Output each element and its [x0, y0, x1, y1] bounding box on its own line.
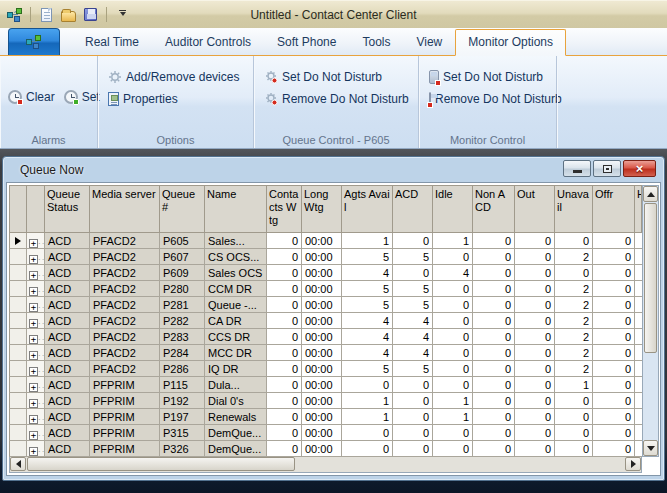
scroll-down-button[interactable] — [643, 440, 658, 456]
table-row[interactable]: +··ACDPFACD2P605Sales...000:001010000 — [9, 233, 642, 249]
table-row[interactable]: +··ACDPFACD2P609Sales OCS000:004040000 — [9, 265, 642, 281]
cell-non-acd: 0 — [473, 441, 515, 457]
clear-alarm-button[interactable]: Clear — [8, 90, 55, 104]
column-header-unavail[interactable]: Unavail — [555, 185, 593, 233]
queue-set-dnd-button[interactable]: Set Do Not Disturb — [264, 70, 418, 84]
cell-name: Sales... — [205, 233, 267, 249]
scroll-left-button[interactable] — [10, 457, 26, 471]
properties-button[interactable]: Properties — [108, 92, 253, 106]
expand-row-icon[interactable]: + — [29, 303, 38, 312]
cell-queue-number: P281 — [160, 297, 205, 313]
cell-partial — [635, 329, 642, 345]
expand-row-icon[interactable]: + — [29, 319, 38, 328]
column-header-idle[interactable]: Idle — [433, 185, 473, 233]
expand-row-icon[interactable]: + — [29, 239, 38, 248]
cell-long-wtg: 00:00 — [302, 425, 342, 441]
tab-real-time[interactable]: Real Time — [72, 29, 152, 55]
expand-row-icon[interactable]: + — [29, 415, 38, 424]
cell-offr: 0 — [593, 361, 635, 377]
expand-row-icon[interactable]: + — [29, 351, 38, 360]
table-row[interactable]: +··ACDPFPRIMP192Dial 0's000:001010000 — [9, 393, 642, 409]
table-row[interactable]: +··ACDPFPRIMP115Dula...000:000000010 — [9, 377, 642, 393]
cell-name: Dula... — [205, 377, 267, 393]
cell-name: DemQue... — [205, 441, 267, 457]
expand-row-icon[interactable]: + — [29, 431, 38, 440]
queue-remove-dnd-button[interactable]: Remove Do Not Disturb — [264, 92, 418, 106]
vertical-scrollbar[interactable] — [642, 185, 659, 457]
ribbon-group-options: Add/Remove devices Properties Options — [98, 56, 254, 148]
column-header-partial[interactable]: H — [635, 185, 642, 233]
group-label-monitor-control: Monitor Control — [419, 134, 556, 146]
cell-queue-number: P192 — [160, 393, 205, 409]
expand-row-icon[interactable]: + — [29, 383, 38, 392]
expand-row-icon[interactable]: + — [29, 399, 38, 408]
cell-idle: 0 — [433, 281, 473, 297]
tab-tools[interactable]: Tools — [349, 29, 403, 55]
cell-offr: 0 — [593, 345, 635, 361]
column-header-contacts-wtg[interactable]: Contacts Wtg — [267, 185, 302, 233]
column-header-out[interactable]: Out — [515, 185, 555, 233]
cell-name: Renewals — [205, 409, 267, 425]
table-row[interactable]: +··ACDPFPRIMP315DemQue...000:000000000 — [9, 425, 642, 441]
cell-contacts-wtg: 0 — [267, 361, 302, 377]
cell-media-server: PFACD2 — [90, 361, 160, 377]
column-header-offr[interactable]: Offr — [593, 185, 635, 233]
queue-now-title-bar[interactable]: Queue Now × — [6, 157, 661, 182]
expand-row-icon[interactable]: + — [29, 447, 38, 456]
cell-long-wtg: 00:00 — [302, 441, 342, 457]
column-header-row-indicator[interactable] — [9, 185, 27, 233]
add-remove-devices-button[interactable]: Add/Remove devices — [108, 70, 253, 84]
expand-row-icon[interactable]: + — [29, 335, 38, 344]
expand-row-icon[interactable]: + — [29, 271, 38, 280]
expand-row-icon[interactable]: + — [29, 255, 38, 264]
cell-queue-status: ACD — [45, 265, 90, 281]
table-row[interactable]: +··ACDPFACD2P283CCS DR000:004400020 — [9, 329, 642, 345]
minimize-button[interactable] — [563, 160, 591, 177]
cell-media-server: PFACD2 — [90, 265, 160, 281]
column-header-non-acd[interactable]: Non ACD — [473, 185, 515, 233]
table-row[interactable]: +··ACDPFACD2P280CCM DR000:005500020 — [9, 281, 642, 297]
cell-idle: 1 — [433, 393, 473, 409]
tab-monitor-options[interactable]: Monitor Options — [455, 29, 566, 56]
expand-row-icon[interactable]: + — [29, 367, 38, 376]
column-header-acd[interactable]: ACD — [393, 185, 433, 233]
current-row-arrow-icon — [15, 237, 21, 245]
set-alarm-label: Set — [82, 90, 100, 104]
column-header-media-server[interactable]: Media server — [90, 185, 160, 233]
vertical-scroll-thumb[interactable] — [644, 203, 657, 353]
column-header-name[interactable]: Name — [205, 185, 267, 233]
tab-auditor-controls[interactable]: Auditor Controls — [152, 29, 264, 55]
monitor-remove-dnd-button[interactable]: Remove Do Not Disturb — [429, 92, 556, 106]
queue-grid-container: Queue StatusMedia serverQueue #NameConta… — [6, 182, 661, 476]
cell-expand: +·· — [27, 233, 45, 249]
expand-row-icon[interactable]: + — [29, 287, 38, 296]
table-row[interactable]: +··ACDPFACD2P281Queue -...000:005500020 — [9, 297, 642, 313]
table-row[interactable]: +··ACDPFACD2P284MCC DR000:004400020 — [9, 345, 642, 361]
table-row[interactable]: +··ACDPFPRIMP326DemQue...000:000000000 — [9, 441, 642, 457]
set-alarm-button[interactable]: Set — [64, 90, 100, 104]
column-header-expand[interactable] — [27, 185, 45, 233]
table-row[interactable]: +··ACDPFACD2P282CA DR000:004400020 — [9, 313, 642, 329]
cell-unavail: 0 — [555, 425, 593, 441]
close-button[interactable]: × — [623, 160, 656, 177]
column-header-queue-status[interactable]: Queue Status — [45, 185, 90, 233]
cell-queue-status: ACD — [45, 425, 90, 441]
column-header-agts-avail[interactable]: Agts Avail — [342, 185, 393, 233]
column-header-queue-number[interactable]: Queue # — [160, 185, 205, 233]
monitor-set-dnd-button[interactable]: Set Do Not Disturb — [429, 70, 556, 84]
horizontal-scrollbar[interactable] — [9, 457, 642, 473]
tab-view[interactable]: View — [403, 29, 455, 55]
table-row[interactable]: +··ACDPFACD2P286IQ DR000:005500020 — [9, 361, 642, 377]
column-header-long-wtg[interactable]: Long Wtg — [302, 185, 342, 233]
scroll-right-button[interactable] — [625, 457, 641, 471]
table-row[interactable]: +··ACDPFPRIMP197Renewals000:001010000 — [9, 409, 642, 425]
scroll-up-button[interactable] — [643, 186, 658, 202]
file-menu-button[interactable] — [8, 28, 60, 55]
table-row[interactable]: +··ACDPFACD2P607CS OCS...000:005500020 — [9, 249, 642, 265]
restore-button[interactable] — [593, 160, 621, 177]
cell-row-indicator — [9, 441, 27, 457]
cell-expand: +·· — [27, 281, 45, 297]
horizontal-scroll-thumb[interactable] — [27, 457, 295, 471]
tab-soft-phone[interactable]: Soft Phone — [264, 29, 349, 55]
cell-queue-number: P607 — [160, 249, 205, 265]
